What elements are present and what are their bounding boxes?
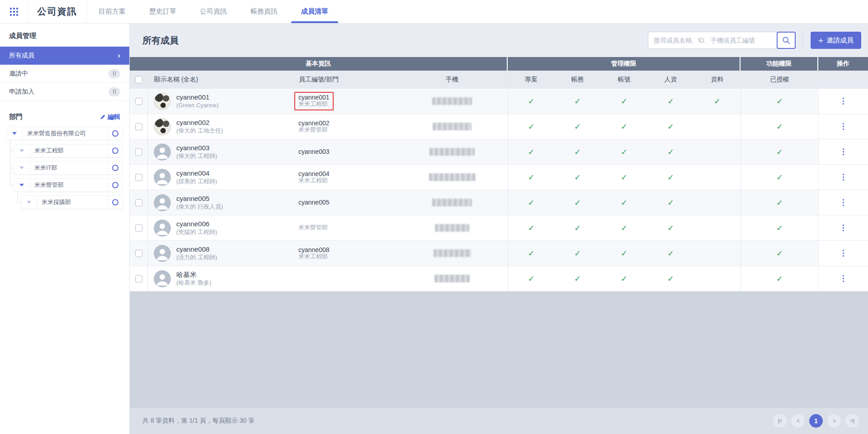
person-placeholder-icon <box>154 245 171 262</box>
row-checkbox[interactable] <box>135 275 142 282</box>
pencil-icon <box>100 114 106 120</box>
row-checkbox[interactable] <box>135 123 142 130</box>
perm-cell: ✓ <box>647 190 694 215</box>
page-title: 所有成員 <box>142 34 179 47</box>
app-title: 公司資訊 <box>38 5 77 18</box>
row-menu-kebab-icon[interactable] <box>841 96 846 106</box>
perm-cell: ✓ <box>647 241 694 266</box>
tree-radio-button[interactable] <box>112 182 118 188</box>
tree-item-3[interactable]: 米米IT部 <box>14 161 123 175</box>
row-menu-kebab-icon[interactable] <box>841 147 846 157</box>
topbar-tab-1[interactable]: 目前方案 <box>87 0 137 23</box>
table-body: cyanne001(Green Cyanne)cyanne001米米工程部✓✓✓… <box>130 89 868 291</box>
app-grid-button[interactable] <box>0 0 28 23</box>
next-page-button[interactable]: > <box>827 414 841 428</box>
check-icon: ✓ <box>528 172 534 182</box>
perm-cell: ✓ <box>554 266 601 291</box>
row-checkbox[interactable] <box>135 148 142 156</box>
expand-triangle-icon[interactable] <box>19 167 24 169</box>
avatar <box>154 194 171 211</box>
check-icon: ✓ <box>776 147 783 157</box>
tree-radio-button[interactable] <box>112 130 118 137</box>
row-menu-kebab-icon[interactable] <box>841 223 846 233</box>
row-checkbox[interactable] <box>135 250 142 257</box>
sidebar-item-1[interactable]: 所有成員› <box>0 47 129 65</box>
tree-radio-button[interactable] <box>112 165 118 171</box>
tree-item-1[interactable]: 米米營造股份有限公司 <box>6 127 123 140</box>
table-group-header: 基本資訊 管理權限 功能權限 操作 <box>130 57 868 71</box>
perm-cell <box>694 215 741 240</box>
employee-id: cyanne008 <box>298 246 330 253</box>
row-menu-kebab-icon[interactable] <box>841 248 846 258</box>
check-icon: ✓ <box>667 223 674 233</box>
tree-item-2[interactable]: 米米工程部 <box>14 144 123 157</box>
employee-id: cyanne003 <box>298 148 330 155</box>
edit-departments-button[interactable]: 編輯 <box>100 113 120 121</box>
row-menu-kebab-icon[interactable] <box>841 121 846 132</box>
topbar-tab-5[interactable]: 成員清單 <box>289 0 340 23</box>
topbar-tab-2[interactable]: 歷史訂單 <box>137 0 188 23</box>
check-icon: ✓ <box>528 198 534 208</box>
perm-cell: ✓ <box>647 266 694 291</box>
expand-triangle-icon[interactable] <box>27 201 31 204</box>
main-content: 所有成員 + 邀請成員 基本資訊 管理權限 功能權限 <box>130 24 868 434</box>
check-icon: ✓ <box>776 223 783 233</box>
col-perm-hr: 人資 <box>647 71 694 89</box>
last-page-button[interactable]: >| <box>845 414 859 428</box>
tree-radio-button[interactable] <box>112 148 118 154</box>
search-button[interactable] <box>777 32 796 49</box>
perm-cell: ✓ <box>554 165 601 190</box>
empty-area <box>130 291 868 408</box>
check-icon: ✓ <box>776 248 783 258</box>
first-page-button[interactable]: |< <box>773 414 787 428</box>
expand-triangle-icon[interactable] <box>12 132 17 135</box>
row-checkbox[interactable] <box>135 224 142 232</box>
row-menu-kebab-icon[interactable] <box>841 273 846 284</box>
perm-cell: ✓ <box>601 190 647 215</box>
tree-item-label: 米米IT部 <box>34 164 104 172</box>
authorized-cell: ✓ <box>741 241 818 266</box>
perm-cell <box>694 266 741 291</box>
sidebar-item-3[interactable]: 申請加入0 <box>0 83 129 101</box>
perm-cell: ✓ <box>601 215 647 240</box>
expand-triangle-icon[interactable] <box>19 149 24 152</box>
check-icon: ✓ <box>574 147 581 157</box>
check-icon: ✓ <box>574 96 581 106</box>
member-full-name: (Green Cyanne) <box>176 102 218 109</box>
perm-cell: ✓ <box>647 89 694 114</box>
member-full-name: (哈基米 魯多) <box>176 280 211 286</box>
tree-item-4[interactable]: 米米營管部 <box>14 178 123 192</box>
topbar-tab-3[interactable]: 公司資訊 <box>188 0 239 23</box>
check-icon: ✓ <box>574 198 581 208</box>
avatar <box>154 93 171 110</box>
current-page-button[interactable]: 1 <box>809 414 823 428</box>
col-phone: 手機 <box>396 71 508 89</box>
member-row: cyanne005(偉大的 行政人員)cyanne005✓✓✓✓✓ <box>130 190 868 215</box>
invite-member-button[interactable]: + 邀請成員 <box>811 32 861 49</box>
row-checkbox[interactable] <box>135 98 142 105</box>
check-icon: ✓ <box>528 122 534 132</box>
phone-redacted-blur <box>434 249 471 257</box>
row-menu-kebab-icon[interactable] <box>841 172 846 182</box>
perm-cell: ✓ <box>508 215 554 240</box>
row-checkbox[interactable] <box>135 199 142 206</box>
row-menu-kebab-icon[interactable] <box>841 197 846 208</box>
sidebar-item-2[interactable]: 邀請中0 <box>0 65 129 83</box>
member-name: cyanne005 <box>176 195 223 202</box>
row-checkbox[interactable] <box>135 174 142 181</box>
perm-cell: ✓ <box>508 114 554 139</box>
topbar-tab-4[interactable]: 帳務資訊 <box>239 0 289 23</box>
prev-page-button[interactable]: < <box>791 414 805 428</box>
count-badge: 0 <box>108 87 120 96</box>
perm-cell: ✓ <box>647 114 694 139</box>
check-icon: ✓ <box>574 274 581 284</box>
avatar <box>154 169 171 186</box>
avatar <box>154 245 171 262</box>
select-all-checkbox[interactable] <box>135 76 142 83</box>
perm-cell <box>694 190 741 215</box>
member-row: cyanne002(偉大的 工地主任)cyanne002米米營管部✓✓✓✓✓ <box>130 114 868 139</box>
search-input[interactable] <box>648 32 777 49</box>
expand-triangle-icon[interactable] <box>19 184 24 186</box>
tree-radio-button[interactable] <box>112 199 118 205</box>
tree-item-5[interactable]: 米米採購部 <box>21 196 123 209</box>
